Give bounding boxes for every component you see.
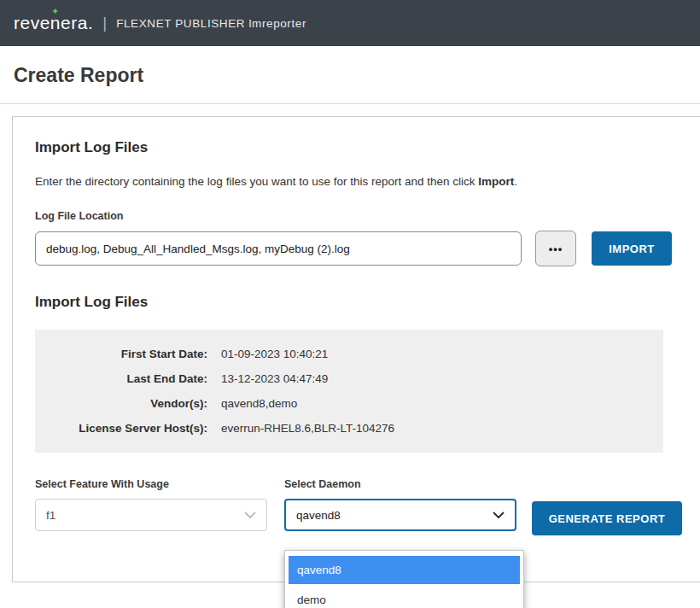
summary-value: 01-09-2023 10:40:21 [221,342,328,366]
instruction-period: . [514,175,517,188]
import-button[interactable]: IMPORT [592,231,672,266]
app-header: revenera. ✦ | FLEXNET PUBLISHER lmreport… [0,0,700,46]
summary-row: Last End Date: 13-12-2023 04:47:49 [49,366,650,391]
log-file-location-input[interactable] [35,231,522,266]
daemon-select-value: qavend8 [296,509,341,522]
log-file-input-row: ••• IMPORT [35,231,682,266]
ellipsis-icon: ••• [549,243,563,255]
report-form-row: Select Feature With Usage f1 Select Daem… [35,478,682,535]
revenera-logo: revenera. ✦ [14,13,93,33]
page-title: Create Report [14,64,686,87]
summary-label: First Start Date: [49,342,207,366]
daemon-option-demo[interactable]: demo [289,586,520,608]
daemon-field-group: Select Daemon qavend8 qavend8 demo [284,478,516,531]
feature-select-label: Select Feature With Usage [35,478,267,490]
chevron-down-icon [493,512,505,518]
summary-row: License Server Host(s): everrun-RHEL8.6,… [49,416,650,441]
summary-row: First Start Date: 01-09-2023 10:40:21 [49,342,650,366]
generate-report-button[interactable]: GENERATE REPORT [532,501,682,535]
daemon-option-qavend8[interactable]: qavend8 [289,556,520,584]
chevron-down-icon [244,512,256,518]
daemon-select-label: Select Daemon [284,478,516,490]
product-name: FLEXNET PUBLISHER lmreporter [116,17,306,30]
instruction-bold-word: Import [478,175,514,188]
import-summary-panel: First Start Date: 01-09-2023 10:40:21 La… [35,330,663,453]
browse-button[interactable]: ••• [535,231,576,266]
summary-value: qavend8,demo [221,391,297,416]
logo-spark-icon: ✦ [51,6,60,17]
summary-heading: Import Log Files [35,294,682,311]
feature-select[interactable]: f1 [35,499,267,531]
feature-field-group: Select Feature With Usage f1 [35,478,267,531]
import-instruction: Enter the directory containing the log f… [35,175,682,188]
summary-value: everrun-RHEL8.6,BLR-LT-104276 [221,416,394,441]
log-file-location-label: Log File Location [35,210,682,222]
daemon-dropdown: qavend8 demo [284,550,524,608]
daemon-select[interactable]: qavend8 [284,499,516,531]
create-report-card: Import Log Files Enter the directory con… [12,116,700,582]
header-divider: | [102,14,107,32]
feature-select-value: f1 [46,509,55,522]
summary-label: Last End Date: [49,366,207,391]
summary-label: License Server Host(s): [49,416,207,441]
import-section-heading: Import Log Files [35,139,682,156]
instruction-text: Enter the directory containing the log f… [35,175,478,188]
summary-row: Vendor(s): qavend8,demo [49,391,650,416]
page-title-bar: Create Report [0,46,700,104]
summary-value: 13-12-2023 04:47:49 [221,366,328,391]
summary-label: Vendor(s): [49,391,207,416]
